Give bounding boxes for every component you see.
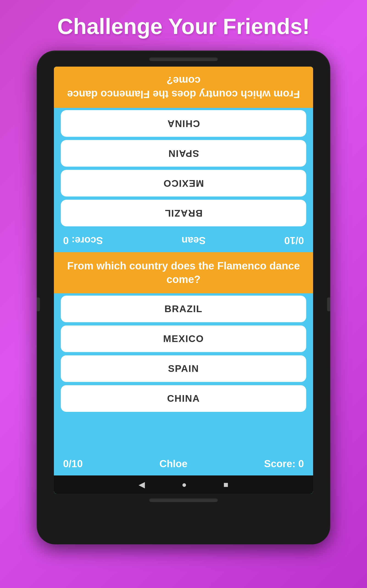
- player2-status-bar: 0/10 Chloe Score: 0: [54, 452, 313, 476]
- player2-progress: 0/10: [63, 458, 83, 469]
- nav-back-icon[interactable]: ◀: [139, 480, 145, 489]
- player1-status-bar: 0/10 Sean Score: 0: [54, 229, 313, 252]
- nav-home-icon[interactable]: ●: [182, 480, 187, 489]
- tablet-screen: 0/10 Sean Score: 0 BRAZIL MEXICO SPAIN C…: [54, 67, 313, 494]
- player1-answer-china[interactable]: CHINA: [61, 110, 306, 137]
- tablet-speaker-bottom: [149, 498, 218, 502]
- player1-question-text: From which country does the Flamenco dan…: [63, 73, 304, 101]
- player2-answer-brazil[interactable]: BRAZIL: [61, 296, 306, 322]
- player2-name: Chloe: [159, 458, 187, 469]
- tablet-device: 0/10 Sean Score: 0 BRAZIL MEXICO SPAIN C…: [37, 51, 330, 544]
- tablet-nav-bar: ◀ ● ■: [54, 476, 313, 494]
- tablet-side-button-left: [37, 297, 40, 311]
- nav-recent-icon[interactable]: ■: [223, 480, 228, 489]
- player2-answer-china[interactable]: CHINA: [61, 385, 306, 412]
- player1-answer-mexico[interactable]: MEXICO: [61, 170, 306, 197]
- player2-answer-spain[interactable]: SPAIN: [61, 355, 306, 382]
- player1-answer-brazil[interactable]: BRAZIL: [61, 200, 306, 226]
- player2-score: Score: 0: [264, 458, 304, 469]
- player1-answer-spain[interactable]: SPAIN: [61, 140, 306, 167]
- player2-question-banner: From which country does the Flamenco dan…: [54, 252, 313, 294]
- player1-answers-area: BRAZIL MEXICO SPAIN CHINA: [54, 108, 313, 229]
- player2-answer-mexico[interactable]: MEXICO: [61, 326, 306, 352]
- player2-question-text: From which country does the Flamenco dan…: [63, 259, 304, 287]
- tablet-side-button-right: [327, 297, 330, 311]
- page-title: Challenge Your Friends!: [0, 0, 367, 48]
- player1-score: Score: 0: [63, 235, 103, 246]
- player1-name: Sean: [181, 235, 206, 246]
- player1-question-banner: From which country does the Flamenco dan…: [54, 67, 313, 108]
- tablet-speaker-top: [149, 57, 218, 61]
- player2-answers-area: BRAZIL MEXICO SPAIN CHINA: [54, 293, 313, 452]
- player1-progress: 0/10: [284, 235, 304, 246]
